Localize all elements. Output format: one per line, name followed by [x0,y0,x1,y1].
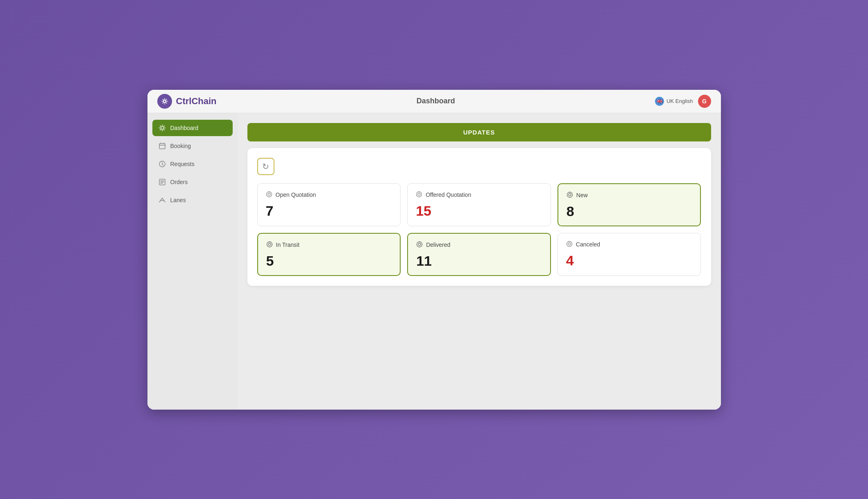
svg-point-14 [418,243,421,246]
sidebar-item-dashboard[interactable]: Dashboard [152,120,233,136]
content-area: UPDATES ↻ [238,113,721,410]
svg-point-1 [161,126,163,129]
stat-label-new: New [576,192,588,198]
stat-card-delivered[interactable]: Delivered 11 [407,233,551,276]
stat-value-open-quotation: 7 [266,204,392,218]
stat-label-canceled: Canceled [576,241,600,248]
sidebar-label-booking: Booking [170,143,191,149]
stat-value-delivered: 11 [416,254,542,268]
stat-value-canceled: 4 [566,253,693,267]
stat-icon-open-quotation [266,191,272,199]
svg-point-13 [417,242,422,247]
stats-grid: Open Quotation 7 [257,183,701,276]
stat-label-open-quotation: Open Quotation [276,191,316,198]
sidebar-label-lanes: Lanes [170,197,186,203]
logo-area: CtrlChain [157,94,217,109]
language-label: UK English [666,98,693,104]
main-layout: Dashboard Booking Requ [147,113,721,410]
sidebar-label-requests: Requests [170,161,195,167]
stat-icon-offered-quotation [416,191,422,199]
svg-point-8 [418,193,420,196]
top-bar: CtrlChain Dashboard 🇬🇧 UK English G [147,90,721,113]
stat-header-open-quotation: Open Quotation [266,191,392,199]
dashboard-icon [158,124,166,132]
user-avatar[interactable]: G [698,95,711,108]
stat-icon-in-transit [266,241,273,249]
stat-icon-delivered [416,241,423,249]
stat-value-in-transit: 5 [266,254,392,268]
requests-icon [158,160,166,168]
stat-icon-new [567,191,573,199]
stat-label-delivered: Delivered [426,242,450,248]
sidebar-label-orders: Orders [170,179,188,185]
stat-card-canceled[interactable]: Canceled 4 [558,233,701,276]
stat-header-new: New [567,191,692,199]
stat-label-in-transit: In Transit [276,242,300,248]
stat-label-offered-quotation: Offered Quotation [426,191,471,198]
refresh-icon: ↻ [262,162,269,171]
refresh-button[interactable]: ↻ [257,158,274,175]
stat-card-in-transit[interactable]: In Transit 5 [257,233,401,276]
stat-header-offered-quotation: Offered Quotation [416,191,542,199]
stat-header-in-transit: In Transit [266,241,392,249]
sidebar-item-lanes[interactable]: Lanes [152,192,233,208]
stat-value-new: 8 [567,204,692,218]
sidebar-label-dashboard: Dashboard [170,125,199,131]
flag-icon: 🇬🇧 [655,97,664,106]
svg-rect-2 [159,144,165,149]
app-container: CtrlChain Dashboard 🇬🇧 UK English G [147,90,721,410]
updates-banner: UPDATES [247,123,711,141]
sidebar-item-booking[interactable]: Booking [152,138,233,154]
svg-point-16 [568,243,571,245]
svg-point-11 [267,242,272,247]
page-title: Dashboard [417,97,455,105]
svg-point-6 [268,193,270,196]
sidebar-item-requests[interactable]: Requests [152,156,233,172]
svg-point-9 [567,192,572,197]
top-right: 🇬🇧 UK English G [655,95,711,108]
svg-point-15 [567,241,572,246]
svg-point-5 [266,191,272,197]
booking-icon [158,142,166,150]
stat-icon-canceled [566,241,573,248]
svg-point-12 [268,243,271,246]
logo-icon [157,94,172,109]
stat-value-offered-quotation: 15 [416,204,542,218]
orders-icon [158,178,166,186]
svg-point-0 [163,100,166,103]
sidebar-item-orders[interactable]: Orders [152,174,233,190]
stat-card-offered-quotation[interactable]: Offered Quotation 15 [407,183,551,226]
stat-card-new[interactable]: New 8 [558,183,701,226]
language-selector[interactable]: 🇬🇧 UK English [655,97,693,106]
sidebar: Dashboard Booking Requ [147,113,238,410]
stat-card-open-quotation[interactable]: Open Quotation 7 [257,183,401,226]
svg-point-10 [569,194,571,196]
stat-header-canceled: Canceled [566,241,693,248]
stat-header-delivered: Delivered [416,241,542,249]
lanes-icon [158,196,166,204]
app-name: CtrlChain [176,96,217,107]
dashboard-card: ↻ Open Quotation [247,148,711,286]
svg-point-7 [417,191,422,197]
